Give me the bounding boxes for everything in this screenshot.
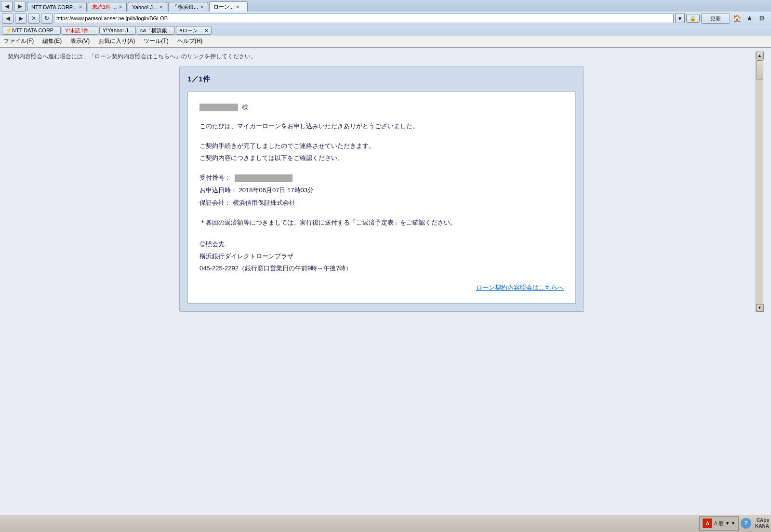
settings-icon[interactable]: ⚙	[757, 13, 767, 24]
menu-bar: ファイル(F) 編集(E) 表示(V) お気に入り(A) ツール(T) ヘルプ(…	[0, 36, 771, 47]
tab-ntt-data[interactable]: NTT DATA CORP... ✕	[27, 2, 87, 12]
quick-tabs-bar: ⚡ NTT DATA CORP... Y! 未読1件 ... Y! Yahoo!…	[0, 25, 771, 36]
quicktab-ntt[interactable]: ⚡ NTT DATA CORP...	[2, 26, 61, 35]
name-line: 様	[199, 102, 564, 113]
paragraph-1: このたびは、マイカーローンをお申し込みいただきありがとうございました。	[199, 120, 564, 133]
quicktab-yahoo[interactable]: Y! Yahoo! J...	[99, 26, 136, 35]
toolbar-icons: 🏠 ★ ⚙	[731, 13, 769, 24]
stop-button[interactable]: ✕	[28, 13, 40, 24]
tab-bar: ◀ ▶ NTT DATA CORP... ✕ 未読1件 ... ✕ Yahoo!…	[0, 0, 771, 12]
guarantor-value: 横浜信用保証株式会社	[233, 199, 295, 206]
ime-dropdown-icon[interactable]: ▼	[725, 521, 730, 526]
quicktab-yokohama[interactable]: cw 「横浜銀...	[137, 26, 175, 35]
taskbar-right: A A 般 ▼ ▼ ? CAps KANA	[699, 515, 771, 532]
quicktab-unread[interactable]: Y! 未読1件 ...	[62, 26, 98, 35]
content-area: ▲ ▼ 契約内容照会へ進む場合には、「ローン契約内容照会はこちらへ」のリンクを押…	[8, 52, 763, 312]
ime-indicator[interactable]: A A 般 ▼ ▼	[699, 516, 739, 531]
guarantor-row: 保証会社： 横浜信用保証株式会社	[199, 197, 564, 209]
menu-edit[interactable]: 編集(E)	[41, 37, 63, 46]
contact-block: ◎照会先 横浜銀行ダイレクトローンプラザ 045-225-2292（銀行窓口営業…	[199, 239, 564, 274]
address-search-button[interactable]: ▼	[675, 13, 685, 23]
date-label: お申込日時：	[199, 186, 237, 194]
menu-tools[interactable]: ツール(T)	[142, 37, 170, 46]
quicktab-loan[interactable]: e ローン... ✕	[176, 26, 211, 35]
reception-row: 受付番号：	[199, 172, 564, 184]
paragraph-2: ご契約手続きが完了しましたのでご連絡させていただきます。 ご契約内容につきまして…	[199, 140, 564, 164]
address-bar: ◀ ▶ ✕ ↻ ▼ 🔒 更新 🏠 ★ ⚙	[0, 12, 771, 25]
help-button[interactable]: ?	[741, 518, 751, 529]
forward-button[interactable]: ▶	[14, 1, 26, 12]
record-count: 1／1件	[187, 75, 576, 84]
contact-name: 横浜銀行ダイレクトローンプラザ	[199, 251, 564, 263]
message-container: 1／1件 様 このたびは、マイカーローンをお申し込みいただきありがとうございまし…	[179, 66, 584, 312]
refresh-button2[interactable]: 更新	[701, 13, 730, 24]
tab-yahoo[interactable]: Yahoo! J... ✕	[128, 2, 167, 12]
refresh-button[interactable]: ↻	[41, 13, 53, 24]
scrollbar[interactable]: ▲ ▼	[756, 52, 763, 312]
reception-no-value	[235, 174, 292, 182]
taskbar: A A 般 ▼ ▼ ? CAps KANA	[0, 514, 771, 532]
contact-header: ◎照会先	[199, 239, 564, 251]
info-block: 受付番号： お申込日時： 2018年06月07日 17時03分 保証会社： 横浜…	[199, 172, 564, 209]
contact-tel: 045-225-2292（銀行窓口営業日の午前9時～午後7時）	[199, 263, 564, 275]
tab-close-unread[interactable]: ✕	[119, 4, 122, 10]
scroll-up-arrow[interactable]: ▲	[756, 52, 764, 59]
reception-label: 受付番号：	[199, 174, 231, 181]
note-block: ＊各回の返済額等につきましては、実行後に送付する「ご返済予定表」をご確認ください…	[199, 217, 564, 229]
page-content: ▲ ▼ 契約内容照会へ進む場合には、「ローン契約内容照会はこちらへ」のリンクを押…	[0, 48, 771, 522]
tab-close-loan[interactable]: ✕	[236, 4, 239, 10]
link-line: ローン契約内容照会はこちらへ	[199, 282, 564, 293]
menu-file[interactable]: ファイル(F)	[2, 37, 35, 46]
date-row: お申込日時： 2018年06月07日 17時03分	[199, 184, 564, 197]
ime-options-icon[interactable]: ▼	[731, 521, 735, 526]
scroll-down-arrow[interactable]: ▼	[756, 304, 764, 312]
ime-icon: A	[703, 519, 712, 528]
tab-yokohama[interactable]: 「横浜銀... ✕	[168, 2, 208, 12]
tab-close-ntt[interactable]: ✕	[79, 4, 82, 10]
back-nav-button[interactable]: ◀	[2, 13, 13, 24]
name-redacted	[199, 104, 238, 111]
menu-view[interactable]: 表示(V)	[69, 37, 91, 46]
menu-favorites[interactable]: お気に入り(A)	[97, 37, 136, 46]
tab-close-yokohama[interactable]: ✕	[200, 4, 204, 10]
ime-text: A 般	[714, 520, 724, 527]
guarantor-label: 保証会社：	[199, 199, 231, 206]
back-button[interactable]: ◀	[1, 1, 13, 12]
tab-unread[interactable]: 未読1件 ... ✕	[88, 2, 127, 12]
quicktab-close-icon[interactable]: ✕	[204, 28, 208, 33]
home-icon[interactable]: 🏠	[731, 13, 742, 24]
menu-help[interactable]: ヘルプ(H)	[176, 37, 204, 46]
scroll-thumb[interactable]	[757, 60, 763, 80]
date-value: 2018年06月07日 17時03分	[239, 186, 314, 194]
loan-inquiry-link[interactable]: ローン契約内容照会はこちらへ	[476, 284, 564, 291]
security-lock-icon[interactable]: 🔒	[686, 14, 700, 23]
name-suffix: 様	[242, 102, 248, 113]
top-notice: 契約内容照会へ進む場合には、「ローン契約内容照会はこちらへ」のリンクを押してくだ…	[8, 52, 756, 62]
browser-chrome: ◀ ▶ NTT DATA CORP... ✕ 未読1件 ... ✕ Yahoo!…	[0, 0, 771, 48]
caps-kana-indicator: CAps KANA	[753, 517, 771, 530]
star-icon[interactable]: ★	[744, 13, 755, 24]
tab-close-yahoo[interactable]: ✕	[159, 4, 163, 10]
forward-nav-button[interactable]: ▶	[15, 13, 27, 24]
tab-loan[interactable]: ローン... ✕	[209, 1, 248, 12]
address-input[interactable]	[54, 13, 674, 23]
message-inner: 様 このたびは、マイカーローンをお申し込みいただきありがとうございました。 ご契…	[187, 92, 576, 304]
